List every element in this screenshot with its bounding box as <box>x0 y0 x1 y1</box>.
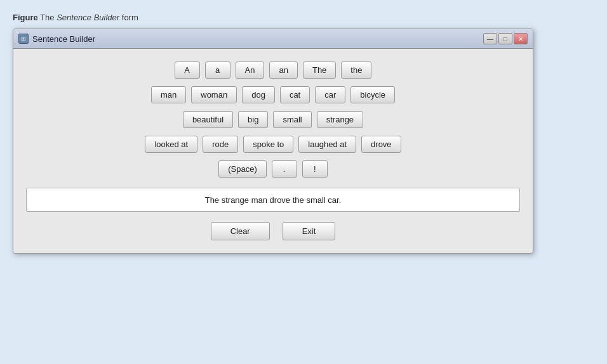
word-btn-car[interactable]: car <box>315 86 345 103</box>
caption-text-before: The <box>40 13 57 22</box>
app-window: ⊞ Sentence Builder — □ ✕ A a An an The t… <box>13 29 533 254</box>
verbs-row: looked at rode spoke to laughed at drove <box>26 136 520 153</box>
adjectives-row: beautiful big small strange <box>26 111 520 128</box>
close-button[interactable]: ✕ <box>514 33 528 44</box>
caption-text-after: form <box>119 13 138 22</box>
figure-caption: Figure The Sentence Builder form <box>13 13 594 22</box>
sentence-text: The strange man drove the small car. <box>205 195 342 205</box>
window-title: Sentence Builder <box>32 34 95 44</box>
word-btn-bicycle[interactable]: bicycle <box>350 86 395 103</box>
exit-button[interactable]: Exit <box>283 222 336 240</box>
minimize-button[interactable]: — <box>483 33 497 44</box>
articles-row: A a An an The the <box>26 62 520 79</box>
word-btn-looked-at[interactable]: looked at <box>145 136 197 153</box>
word-btn-exclamation[interactable]: ! <box>302 160 328 178</box>
word-btn-drove[interactable]: drove <box>361 136 401 153</box>
word-btn-laughed-at[interactable]: laughed at <box>298 136 356 153</box>
word-btn-woman[interactable]: woman <box>191 86 237 103</box>
word-btn-dog[interactable]: dog <box>242 86 275 103</box>
nouns-row: man woman dog cat car bicycle <box>26 86 520 103</box>
word-btn-a[interactable]: a <box>205 62 230 79</box>
title-bar-controls: — □ ✕ <box>483 33 528 44</box>
word-btn-an[interactable]: an <box>269 62 297 79</box>
word-btn-space[interactable]: (Space) <box>218 160 267 178</box>
title-bar-left: ⊞ Sentence Builder <box>18 34 95 44</box>
clear-button[interactable]: Clear <box>211 222 270 240</box>
title-bar: ⊞ Sentence Builder — □ ✕ <box>13 29 533 49</box>
action-row: Clear Exit <box>26 222 520 240</box>
sentence-display: The strange man drove the small car. <box>26 188 520 212</box>
app-icon: ⊞ <box>18 34 29 44</box>
word-btn-period[interactable]: . <box>272 160 297 178</box>
word-btn-spoke-to[interactable]: spoke to <box>243 136 293 153</box>
maximize-button[interactable]: □ <box>498 33 512 44</box>
window-body: A a An an The the man woman dog cat car … <box>13 49 533 253</box>
figure-label: Figure <box>13 13 38 22</box>
word-btn-man[interactable]: man <box>151 86 186 103</box>
caption-italic: Sentence Builder <box>57 13 119 22</box>
word-btn-big[interactable]: big <box>238 111 268 128</box>
app-icon-symbol: ⊞ <box>21 36 26 42</box>
word-btn-small[interactable]: small <box>273 111 311 128</box>
word-btn-rode[interactable]: rode <box>203 136 238 153</box>
word-btn-the[interactable]: the <box>341 62 371 79</box>
word-btn-cat[interactable]: cat <box>280 86 310 103</box>
word-btn-The[interactable]: The <box>303 62 336 79</box>
word-btn-beautiful[interactable]: beautiful <box>183 111 233 128</box>
word-btn-An[interactable]: An <box>236 62 265 79</box>
word-btn-strange[interactable]: strange <box>317 111 363 128</box>
word-btn-A[interactable]: A <box>175 62 200 79</box>
punctuation-row: (Space) . ! <box>26 160 520 178</box>
